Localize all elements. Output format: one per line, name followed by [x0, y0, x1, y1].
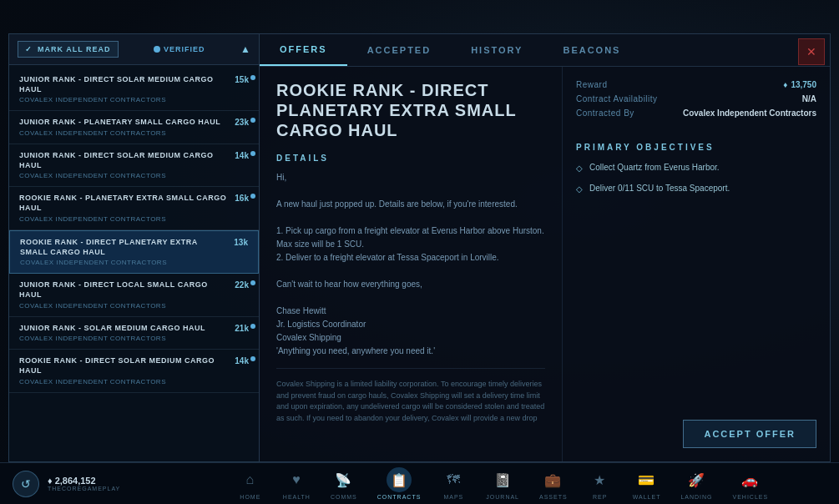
nav-label: LANDING	[680, 494, 712, 500]
item-title: ROOKIE RANK - DIRECT PLANETARY EXTRA SMA…	[20, 238, 227, 257]
left-panel: ✓ MARK ALL READ VERIFIED ▲ JUNIOR RANK -…	[8, 33, 259, 462]
list-item[interactable]: ROOKIE RANK - DIRECT SOLAR MEDIUM CARGO …	[9, 350, 259, 392]
collapse-button[interactable]: ▲	[240, 43, 250, 55]
nav-icon: ★	[594, 472, 606, 488]
nav-label: COMMS	[331, 494, 357, 500]
nav-item-health[interactable]: ♥ HEALTH	[275, 464, 319, 503]
mission-title: Rookie Rank - Direct Planetary Extra Sma…	[276, 80, 545, 140]
item-value: 21k	[235, 324, 249, 333]
list-item-content: JUNIOR RANK - SOLAR MEDIUM CARGO HAUL CO…	[19, 324, 228, 343]
nav-icon: 📓	[494, 472, 512, 488]
reward-value: ♦ 13,750	[783, 80, 816, 89]
item-subtitle: COVALEX INDEPENDENT CONTRACTORS	[19, 172, 228, 179]
nav-item-wallet[interactable]: 💳 WALLET	[624, 464, 670, 503]
objective-text: Collect Quartz from Everus Harbor.	[589, 162, 720, 174]
item-subtitle: COVALEX INDEPENDENT CONTRACTORS	[19, 96, 228, 103]
item-subtitle: COVALEX INDEPENDENT CONTRACTORS	[19, 129, 228, 137]
verified-dot	[154, 46, 160, 53]
nav-icon-container: 📓	[490, 467, 515, 492]
nav-icon-container: ⌂	[238, 467, 263, 492]
item-value: 15k	[235, 75, 249, 84]
item-indicator	[250, 324, 255, 329]
item-value: 14k	[235, 356, 249, 365]
reward-label: Reward	[576, 80, 607, 89]
list-item[interactable]: JUNIOR RANK - SOLAR MEDIUM CARGO HAUL CO…	[9, 317, 259, 350]
item-value: 23k	[235, 118, 249, 127]
nav-label: HEALTH	[283, 494, 311, 500]
nav-label: ASSETS	[539, 494, 568, 500]
item-title: JUNIOR RANK - SOLAR MEDIUM CARGO HAUL	[19, 324, 228, 334]
item-subtitle: COVALEX INDEPENDENT CONTRACTORS	[19, 215, 228, 223]
nav-label: HOME	[240, 494, 260, 500]
nav-item-rep[interactable]: ★ REP	[579, 464, 621, 503]
nav-item-assets[interactable]: 💼 ASSETS	[531, 464, 576, 503]
credit-icon: ♦	[783, 80, 787, 89]
list-item[interactable]: JUNIOR RANK - DIRECT LOCAL SMALL CARGO H…	[9, 274, 259, 316]
contracted-by-label: Contracted By	[576, 108, 634, 118]
list-item[interactable]: ROOKIE RANK - DIRECT PLANETARY EXTRA SMA…	[9, 230, 259, 274]
objectives-header: PRIMARY OBJECTIVES	[576, 143, 816, 152]
fine-print: Covalex Shipping is a limited liability …	[276, 379, 545, 424]
list-item-content: JUNIOR RANK - DIRECT SOLAR MEDIUM CARGO …	[19, 75, 228, 103]
nav-icon-container: 💼	[541, 467, 566, 492]
nav-icon: 📡	[335, 472, 352, 488]
main-container: ✓ MARK ALL READ VERIFIED ▲ JUNIOR RANK -…	[8, 33, 831, 462]
nav-item-vehicles[interactable]: 🚗 VEHICLES	[725, 464, 777, 503]
nav-icon-container: 🚗	[738, 467, 763, 492]
nav-label: VEHICLES	[733, 494, 769, 500]
nav-label: CONTRACTS	[377, 494, 422, 500]
nav-item-journal[interactable]: 📓 JOURNAL	[478, 464, 528, 503]
item-title: ROOKIE RANK - DIRECT SOLAR MEDIUM CARGO …	[19, 356, 228, 375]
item-subtitle: COVALEX INDEPENDENT CONTRACTORS	[19, 378, 228, 386]
mission-detail: Rookie Rank - Direct Planetary Extra Sma…	[260, 67, 563, 461]
objective-item: ◇ Collect Quartz from Everus Harbor.	[576, 162, 816, 174]
list-item[interactable]: JUNIOR RANK - DIRECT SOLAR MEDIUM CARGO …	[9, 68, 259, 111]
item-value: 22k	[235, 280, 249, 290]
objective-diamond: ◇	[576, 163, 583, 174]
list-item[interactable]: JUNIOR RANK - DIRECT SOLAR MEDIUM CARGO …	[9, 144, 259, 187]
availability-label: Contract Availability	[576, 94, 658, 103]
item-indicator	[250, 280, 255, 285]
list-item-content: JUNIOR RANK - DIRECT LOCAL SMALL CARGO H…	[19, 280, 228, 309]
item-subtitle: COVALEX INDEPENDENT CONTRACTORS	[20, 259, 227, 266]
nav-item-contracts[interactable]: 📋 CONTRACTS	[369, 464, 430, 503]
verified-label: VERIFIED	[164, 45, 205, 53]
reward-section: Reward ♦ 13,750 Contract Availability N/…	[576, 80, 816, 123]
accept-offer-button[interactable]: ACCEPT OFFER	[683, 420, 816, 448]
details-header: DETAILS	[276, 154, 545, 163]
item-title: JUNIOR RANK - DIRECT SOLAR MEDIUM CARGO …	[19, 75, 228, 94]
tab-history[interactable]: HISTORY	[451, 34, 543, 66]
bottom-bar: ↺ ♦ 2,864,152 THECOREGAMEPLAY ⌂ HOME ♥ H…	[0, 462, 839, 504]
nav-icon-container: 🗺	[441, 467, 466, 492]
nav-item-maps[interactable]: 🗺 MAPS	[432, 464, 474, 503]
nav-icon-container: 💳	[634, 467, 660, 492]
nav-icon-container: ♥	[284, 467, 309, 492]
item-value: 13k	[234, 238, 248, 247]
nav-label: REP	[593, 494, 607, 500]
tab-accepted[interactable]: ACCEPTED	[347, 34, 452, 66]
list-item[interactable]: ROOKIE RANK - PLANETARY EXTRA SMALL CARG…	[9, 187, 259, 229]
close-button[interactable]: ✕	[798, 38, 825, 65]
avatar-icon: ↺	[21, 477, 31, 491]
mark-all-read-button[interactable]: ✓ MARK ALL READ	[18, 41, 119, 58]
tab-beacons[interactable]: BEACONS	[543, 34, 640, 66]
item-title: JUNIOR RANK - DIRECT SOLAR MEDIUM CARGO …	[19, 151, 228, 170]
item-value: 14k	[235, 151, 249, 160]
objectives-section: PRIMARY OBJECTIVES ◇ Collect Quartz from…	[576, 143, 816, 204]
nav-icon: 💳	[638, 472, 655, 488]
nav-label: MAPS	[443, 494, 463, 500]
tab-offers[interactable]: OFFERS	[260, 34, 347, 66]
item-title: JUNIOR RANK - PLANETARY SMALL CARGO HAUL	[19, 118, 228, 128]
nav-icon: 🚗	[741, 472, 759, 488]
mission-body: Hi,A new haul just popped up. Details ar…	[276, 171, 545, 358]
objective-text: Deliver 0/11 SCU to Tessa Spaceport.	[589, 183, 730, 194]
content-area: Rookie Rank - Direct Planetary Extra Sma…	[260, 67, 830, 461]
nav-item-comms[interactable]: 📡 COMMS	[322, 464, 366, 503]
list-item[interactable]: JUNIOR RANK - PLANETARY SMALL CARGO HAUL…	[9, 111, 259, 144]
item-title: ROOKIE RANK - PLANETARY EXTRA SMALL CARG…	[19, 194, 228, 213]
nav-label: WALLET	[633, 494, 661, 500]
nav-item-landing[interactable]: 🚀 LANDING	[672, 464, 720, 503]
item-value: 16k	[235, 194, 249, 203]
nav-icon-container: 🚀	[684, 467, 709, 492]
nav-item-home[interactable]: ⌂ HOME	[230, 464, 271, 503]
